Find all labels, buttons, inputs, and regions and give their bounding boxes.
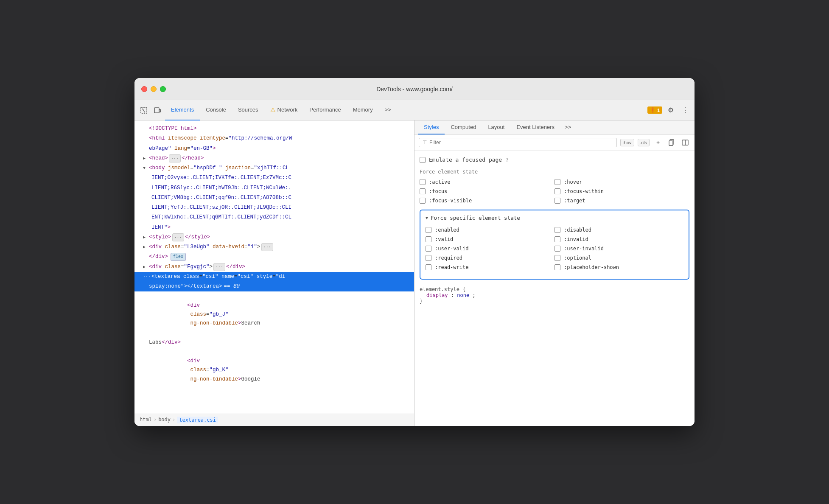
state-read-write-checkbox[interactable] bbox=[426, 264, 431, 270]
toggle-sidebar-icon[interactable] bbox=[680, 137, 690, 148]
state-optional: :optional bbox=[555, 254, 683, 262]
error-badge[interactable]: ❗ 1 bbox=[647, 106, 662, 114]
state-invalid: :invalid bbox=[555, 235, 683, 243]
emulate-focused-row: Emulate a focused page ? bbox=[420, 154, 689, 165]
tab-computed[interactable]: Computed bbox=[445, 120, 482, 134]
element-style-block: element.style { display : none ; } bbox=[420, 285, 689, 306]
minimize-button[interactable] bbox=[151, 86, 157, 92]
dom-line-textarea[interactable]: ··· <textarea class="csi" name="csi" sty… bbox=[134, 272, 414, 282]
force-specific-grid: :enabled :disabled :valid :invalid bbox=[426, 224, 683, 274]
inspect-icon[interactable] bbox=[138, 104, 150, 116]
more-options-icon[interactable]: ⋮ bbox=[679, 104, 691, 116]
window-title: DevTools - www.google.com/ bbox=[376, 86, 453, 92]
arrow-down-icon[interactable]: ▼ bbox=[143, 165, 149, 172]
svg-line-2 bbox=[143, 110, 145, 112]
dom-line-body: ▼ <body jsmodel="hspDDf " jsaction="xjhT… bbox=[134, 163, 414, 173]
state-focus-within-checkbox[interactable] bbox=[555, 188, 560, 194]
maximize-button[interactable] bbox=[160, 86, 166, 92]
svg-rect-4 bbox=[159, 109, 161, 112]
state-target-checkbox[interactable] bbox=[555, 198, 560, 204]
dom-content[interactable]: <!DOCTYPE html> <html itemscope itemtype… bbox=[134, 120, 414, 414]
arrow-icon[interactable] bbox=[143, 135, 149, 142]
breadcrumb-bar: html › body › textarea.csi bbox=[134, 414, 414, 426]
dom-line-div-l3: ▶ <div class="L3eUgb" data-hveid="1">··· bbox=[134, 242, 414, 252]
state-invalid-checkbox[interactable] bbox=[555, 236, 560, 242]
tab-more[interactable]: >> bbox=[379, 100, 397, 120]
tab-event-listeners[interactable]: Event Listeners bbox=[510, 120, 560, 134]
help-icon[interactable]: ? bbox=[505, 157, 509, 163]
tab-list: Elements Console Sources ⚠ Network Perfo… bbox=[165, 100, 646, 120]
close-button[interactable] bbox=[141, 86, 147, 92]
filter-input[interactable] bbox=[429, 140, 613, 146]
tab-performance[interactable]: Performance bbox=[303, 100, 347, 120]
arrow-right-icon[interactable]: ▶ bbox=[143, 263, 149, 271]
emulate-focused-label: Emulate a focused page bbox=[429, 157, 502, 163]
settings-icon[interactable]: ⚙ bbox=[665, 104, 677, 116]
state-user-invalid: :user-invalid bbox=[555, 245, 683, 252]
state-user-invalid-checkbox[interactable] bbox=[555, 246, 560, 252]
force-element-state-label: Force element state bbox=[420, 165, 689, 176]
state-focus-checkbox[interactable] bbox=[420, 188, 426, 194]
hov-button[interactable]: :hov bbox=[620, 139, 634, 146]
dom-line-body-c3: CLIENT;VM8bg:.CLIENT;qqf0n:.CLIENT;A8708… bbox=[134, 193, 414, 203]
state-required: :required bbox=[426, 254, 555, 262]
filter-icon: ⊤ bbox=[423, 140, 427, 146]
state-placeholder-shown-checkbox[interactable] bbox=[555, 264, 560, 270]
svg-rect-7 bbox=[682, 140, 688, 145]
state-hover-checkbox[interactable] bbox=[555, 179, 560, 185]
arrow-right-icon[interactable]: ▶ bbox=[143, 244, 149, 251]
devtools-toolbar: Elements Console Sources ⚠ Network Perfo… bbox=[134, 100, 695, 120]
styles-tab-more[interactable]: >> bbox=[560, 120, 575, 134]
tab-memory[interactable]: Memory bbox=[347, 100, 379, 120]
state-read-write: :read-write bbox=[426, 263, 555, 271]
title-bar: DevTools - www.google.com/ bbox=[134, 78, 695, 100]
cls-button[interactable]: .cls bbox=[638, 139, 650, 146]
add-style-icon[interactable]: + bbox=[653, 137, 663, 148]
traffic-lights bbox=[141, 86, 166, 92]
tab-layout[interactable]: Layout bbox=[482, 120, 510, 134]
dom-panel: <!DOCTYPE html> <html itemscope itemtype… bbox=[134, 120, 414, 426]
dom-line-html: <html itemscope itemtype="http://schema.… bbox=[134, 134, 414, 143]
emulate-focused-checkbox[interactable] bbox=[420, 157, 426, 163]
state-enabled-checkbox[interactable] bbox=[426, 227, 431, 233]
dom-line-body-c1: IENT;O2vyse:.CLIENT;IVKTfe:.CLIENT;Ez7VM… bbox=[134, 173, 414, 183]
collapse-icon[interactable]: ▼ bbox=[426, 216, 428, 220]
arrow-right-icon[interactable]: ▶ bbox=[143, 234, 149, 241]
arrow-icon[interactable] bbox=[143, 125, 149, 132]
dom-line-div-gbj: <div class="gb_J" ng-non-bindable>Search bbox=[134, 291, 414, 337]
css-property: display bbox=[426, 292, 448, 298]
tab-sources[interactable]: Sources bbox=[232, 100, 264, 120]
breadcrumb-textarea[interactable]: textarea.csi bbox=[177, 417, 218, 423]
state-focus-visible-checkbox[interactable] bbox=[420, 198, 426, 204]
arrow-right-icon[interactable]: ▶ bbox=[143, 155, 149, 162]
state-user-valid-checkbox[interactable] bbox=[426, 246, 431, 252]
tab-styles[interactable]: Styles bbox=[418, 120, 445, 134]
device-toolbar-icon[interactable] bbox=[151, 104, 163, 116]
svg-line-1 bbox=[142, 109, 143, 110]
tab-console[interactable]: Console bbox=[200, 100, 232, 120]
tab-network[interactable]: ⚠ Network bbox=[264, 100, 304, 120]
dom-line-textarea-cont[interactable]: splay:none"></textarea> == $0 bbox=[134, 282, 414, 291]
css-rule: display : none ; bbox=[420, 292, 689, 298]
state-disabled-checkbox[interactable] bbox=[555, 227, 560, 233]
dom-line-html-cont: ebPage" lang="en-GB"> bbox=[134, 144, 414, 154]
styles-toolbar: ⊤ :hov .cls + bbox=[414, 135, 695, 151]
dom-line-style: ▶ <style>···</style> bbox=[134, 232, 414, 242]
styles-content: Emulate a focused page ? Force element s… bbox=[414, 151, 695, 426]
state-required-checkbox[interactable] bbox=[426, 255, 431, 261]
force-specific-label: Force specific element state bbox=[431, 215, 520, 221]
breadcrumb-body[interactable]: body bbox=[158, 417, 171, 423]
styles-panel: Styles Computed Layout Event Listeners >… bbox=[414, 120, 695, 426]
tab-elements[interactable]: Elements bbox=[165, 100, 200, 120]
copy-styles-icon[interactable] bbox=[667, 137, 677, 148]
state-disabled: :disabled bbox=[555, 226, 683, 234]
styles-tabs: Styles Computed Layout Event Listeners >… bbox=[414, 120, 695, 135]
dom-line-doctype: <!DOCTYPE html> bbox=[134, 124, 414, 134]
dom-line-div-gbk: <div class="gb_K" ng-non-bindable>Google bbox=[134, 347, 414, 393]
state-optional-checkbox[interactable] bbox=[555, 255, 560, 261]
state-valid-checkbox[interactable] bbox=[426, 236, 431, 242]
state-active-checkbox[interactable] bbox=[420, 179, 426, 185]
force-specific-section: ▼ Force specific element state :enabled … bbox=[420, 210, 689, 280]
breadcrumb-html[interactable]: html bbox=[140, 417, 152, 423]
state-target: :target bbox=[555, 197, 689, 204]
